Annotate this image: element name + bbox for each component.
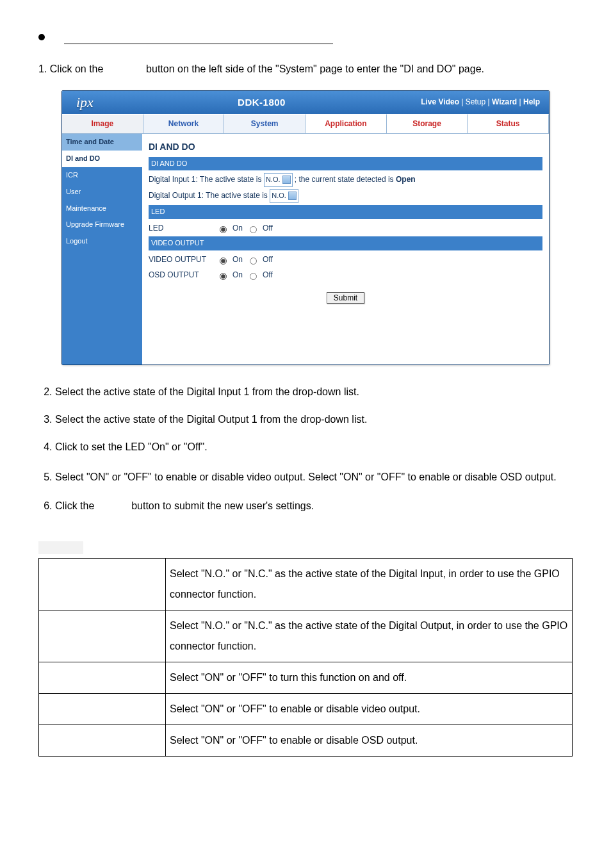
step-2: Select the active state of the Digital I…	[55, 383, 573, 402]
section-underline	[64, 32, 333, 44]
osd-output-row: OSD OUTPUT On Off	[149, 268, 542, 283]
vo-on-text: On	[232, 253, 243, 267]
app-title: DDK-1800	[102, 94, 421, 111]
section-bullet	[38, 32, 573, 44]
sidebar-item-di-and-do[interactable]: DI and DO	[62, 151, 142, 167]
desc-label-1	[39, 558, 166, 610]
step-6: Click the button to submit the new user'…	[55, 497, 573, 516]
link-live-video[interactable]: Live Video	[421, 97, 459, 106]
desc-label-5	[39, 725, 166, 756]
desc-text-5: Select "ON" or "OFF" to enable or disabl…	[166, 725, 573, 756]
table-row: Select "ON" or "OFF" to enable or disabl…	[39, 725, 573, 756]
intro-pre: 1. Click on the	[38, 63, 103, 74]
intro-post: button on the left side of the "System" …	[146, 63, 484, 74]
led-off-radio[interactable]	[250, 226, 257, 233]
osd-output-off-radio[interactable]	[250, 273, 257, 280]
osd-output-on-radio[interactable]	[220, 273, 227, 280]
tab-system[interactable]: System	[224, 114, 306, 134]
bullet-icon	[38, 34, 45, 40]
panel-heading: DI AND DO	[149, 139, 542, 155]
desc-label-4	[39, 693, 166, 725]
embedded-screenshot: ipx DDK-1800 Live Video | Setup | Wizard…	[61, 90, 550, 366]
sidebar-item-upgrade-firmware[interactable]: Upgrade Firmware	[62, 217, 142, 233]
sidebar-item-maintenance[interactable]: Maintenance	[62, 201, 142, 217]
step-6-post: button to submit the new user's settings…	[131, 500, 314, 511]
tab-storage[interactable]: Storage	[387, 114, 468, 134]
sidebar-item-logout[interactable]: Logout	[62, 233, 142, 250]
submit-button[interactable]: Submit	[327, 292, 364, 304]
video-output-on-radio[interactable]	[220, 258, 227, 265]
step-4: Click to set the LED "On" or "Off".	[55, 438, 573, 457]
section-led: LED	[149, 205, 542, 219]
instruction-list: Select the active state of the Digital I…	[38, 383, 573, 515]
tab-bar: Image Network System Application Storage…	[62, 114, 549, 135]
led-label: LED	[149, 222, 213, 236]
video-output-label: VIDEO OUTPUT	[149, 253, 213, 267]
section-di-and-do: DI AND DO	[149, 157, 542, 171]
tab-status[interactable]: Status	[468, 114, 549, 134]
intro-line: 1. Click on the button on the left side …	[38, 60, 573, 79]
desc-label-3	[39, 662, 166, 693]
sidebar-item-time-and-date[interactable]: Time and Date	[62, 134, 142, 151]
sidebar-item-icr[interactable]: ICR	[62, 167, 142, 184]
led-on-text: On	[232, 222, 243, 236]
link-help[interactable]: Help	[523, 97, 540, 106]
led-on-radio[interactable]	[220, 226, 227, 233]
osd-output-label: OSD OUTPUT	[149, 268, 213, 283]
logo: ipx	[62, 90, 102, 115]
desc-label-2	[39, 610, 166, 662]
sidebar: Time and Date DI and DO ICR User Mainten…	[62, 134, 142, 364]
video-output-row: VIDEO OUTPUT On Off	[149, 253, 542, 267]
description-block: Select "N.O." or "N.C." as the active st…	[38, 541, 573, 757]
led-off-text: Off	[263, 222, 273, 236]
digital-input-select[interactable]: N.O.	[264, 173, 293, 187]
table-row: Select "N.O." or "N.C." as the active st…	[39, 610, 573, 662]
tab-network[interactable]: Network	[143, 114, 225, 134]
step-3: Select the active state of the Digital O…	[55, 411, 573, 429]
desc-text-4: Select "ON" or "OFF" to enable or disabl…	[166, 693, 573, 725]
tab-image[interactable]: Image	[62, 114, 143, 134]
digital-output-line: Digital Output 1: The active state is N.…	[149, 189, 542, 203]
section-video-output: VIDEO OUTPUT	[149, 236, 542, 250]
app-topbar: ipx DDK-1800 Live Video | Setup | Wizard…	[62, 91, 549, 114]
osd-on-text: On	[232, 268, 243, 283]
vo-off-text: Off	[263, 253, 273, 267]
table-row: Select "ON" or "OFF" to enable or disabl…	[39, 693, 573, 725]
digital-output-select[interactable]: N.O.	[270, 189, 298, 203]
led-row: LED On Off	[149, 222, 542, 236]
osd-off-text: Off	[263, 268, 273, 283]
do-label: Digital Output 1: The active state is	[149, 191, 268, 200]
main-panel: DI AND DO DI AND DO Digital Input 1: The…	[142, 134, 549, 364]
tab-application[interactable]: Application	[306, 114, 387, 134]
description-header-spacer	[38, 541, 83, 554]
digital-input-line: Digital Input 1: The active state is N.O…	[149, 173, 542, 187]
table-row: Select "N.O." or "N.C." as the active st…	[39, 558, 573, 610]
link-setup[interactable]: Setup	[466, 97, 485, 106]
video-output-off-radio[interactable]	[250, 258, 257, 265]
link-wizard[interactable]: Wizard	[492, 97, 517, 106]
sidebar-item-user[interactable]: User	[62, 184, 142, 201]
di-state: Open	[396, 175, 416, 184]
step-6-pre: Click the	[55, 500, 94, 511]
description-table: Select "N.O." or "N.C." as the active st…	[38, 558, 573, 757]
desc-text-3: Select "ON" or "OFF" to turn this functi…	[166, 662, 573, 693]
di-label-a: Digital Input 1: The active state is	[149, 175, 262, 184]
step-5: Select "ON" or "OFF" to enable or disabl…	[55, 466, 573, 488]
desc-text-2: Select "N.O." or "N.C." as the active st…	[166, 610, 573, 662]
di-label-b: ; the current state detected is	[295, 175, 394, 184]
top-links: Live Video | Setup | Wizard | Help	[421, 95, 549, 110]
table-row: Select "ON" or "OFF" to turn this functi…	[39, 662, 573, 693]
desc-text-1: Select "N.O." or "N.C." as the active st…	[166, 558, 573, 610]
